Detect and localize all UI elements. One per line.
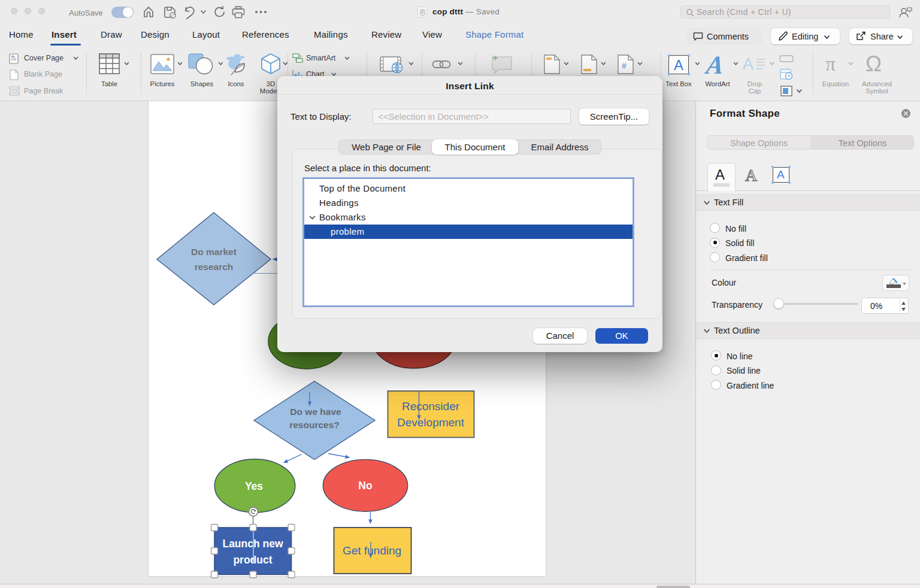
svg-text:Launch new: Launch new bbox=[222, 538, 283, 550]
svg-text:Do market: Do market bbox=[191, 247, 237, 257]
svg-text:Yes: Yes bbox=[245, 480, 263, 492]
svg-text:No: No bbox=[358, 480, 372, 492]
svg-text:resources?: resources? bbox=[289, 420, 340, 430]
svg-text:Reconsider: Reconsider bbox=[402, 400, 460, 413]
svg-text:Get funding: Get funding bbox=[343, 544, 401, 557]
svg-text:Do we have: Do we have bbox=[290, 407, 341, 417]
svg-text:research: research bbox=[195, 262, 234, 272]
svg-text:#: # bbox=[622, 61, 627, 71]
svg-text:A: A bbox=[745, 166, 758, 184]
svg-text:Development: Development bbox=[397, 416, 465, 429]
